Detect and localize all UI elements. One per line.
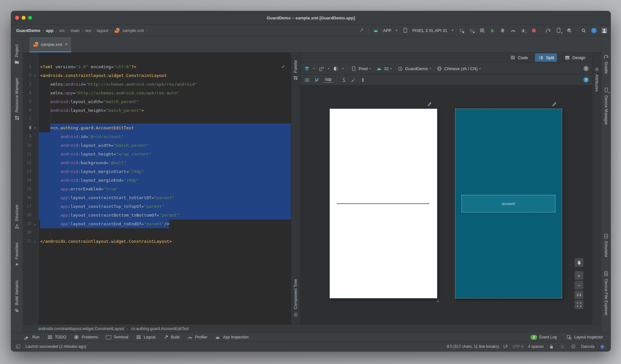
close-window-icon[interactable] [15,16,19,20]
stripe-item-structure[interactable]: Structure [14,205,20,230]
stripe-item-gradle[interactable]: Gradle [603,53,609,74]
attach-debugger-icon[interactable] [499,27,506,34]
mode-tab-code[interactable]: Code [507,53,530,62]
zoom-actual-size-button[interactable]: 1:1 [574,290,583,299]
profiler-icon[interactable] [510,27,516,34]
tool-window-quick-access-icon[interactable] [15,343,21,350]
stripe-item-device-manager[interactable]: ●Device Manager [603,87,609,125]
code-editor[interactable]: 1<?xml version="1.0" encoding="utf-8"?>2… [23,53,291,325]
fullscreen-window-icon[interactable] [28,16,32,20]
ide-update-icon[interactable]: ↑ [591,27,597,34]
design-tools-wrench-icon[interactable] [427,102,432,106]
api-level-select[interactable]: 32▾ [376,65,392,72]
zoom-out-icon[interactable]: − [574,281,583,290]
account-edittext-blueprint[interactable]: account [462,195,555,212]
code-line-10[interactable]: 10 android:layout_width="match_parent" [23,141,291,150]
sdk-manager-icon[interactable] [566,27,572,34]
code-line-3[interactable]: 3 xmlns:android="http://schemas.android.… [23,80,291,89]
stripe-item-emulator[interactable]: Emulator [603,233,609,257]
mode-tab-design[interactable]: Design [561,53,588,62]
clear-constraints-icon[interactable] [340,77,347,83]
profile-low-overhead-icon[interactable]: ↗ [520,27,527,34]
theme-select[interactable]: GuardDemo▾ [397,65,431,72]
breadcrumb-item-src[interactable]: src [59,28,65,33]
design-preview-device[interactable] [330,109,437,298]
breadcrumb-constraintlayout[interactable]: androidx.constraintlayout.widget.Constra… [38,327,124,331]
debug-icon[interactable] [489,27,496,34]
code-line-4[interactable]: 4 xmlns:app="http://schemas.android.com/… [23,89,291,97]
breadcrumb-item-app[interactable]: app [46,28,53,33]
code-line-14[interactable]: 14 android:layout_marginEnd="24dp" [23,176,291,185]
code-line-18[interactable]: 18 app:layout_constraintBottom_toBottomO… [23,211,291,219]
autoconnect-icon[interactable] [313,77,320,83]
fold-marker-icon[interactable]: ▵ [31,219,38,228]
help-icon[interactable]: ? [583,77,589,82]
issue-panel-icon[interactable]: ! [583,66,589,71]
design-canvas[interactable]: account + − 1:1 [300,85,592,325]
code-line-12[interactable]: 12 android:background="@null" [23,158,291,167]
apply-code-changes-icon[interactable]: ↻A [468,27,475,34]
tab-sample-xml[interactable]: </> sample.xml ✕ [29,37,71,52]
stripe-item-favorites[interactable]: Favorites★ [14,242,20,268]
inspections-ok-icon[interactable]: ✓ [281,64,286,70]
gradle-sync-icon[interactable] [545,27,551,34]
fold-marker-icon[interactable]: ▵ [31,237,38,246]
blueprint-preview-device[interactable]: account [455,109,562,298]
tool-window-button-todo[interactable]: TODO [47,334,66,340]
status-item-utf-8[interactable]: UTF-8 [513,344,524,349]
orientation-icon[interactable] [318,65,325,72]
code-line-21[interactable]: 21▵</androidx.constraintlayout.widget.Co… [23,237,291,246]
sad-face-icon[interactable]: ☹ [570,343,577,350]
make-hammer-icon[interactable] [358,27,365,34]
tool-window-button-terminal[interactable]: ›_Terminal [105,334,128,340]
canvas-resize-handle[interactable] [435,298,439,304]
locale-select[interactable]: Chinese (zh / CN)▾ [436,65,481,72]
code-line-8[interactable]: 8▿ <cn.authing.guard.AccountEditText [23,123,291,132]
code-line-13[interactable]: 13 android:layout_marginStart="24dp" [23,167,291,176]
tool-window-button-event-log[interactable]: 2Event Log [530,334,557,340]
code-line-1[interactable]: 1<?xml version="1.0" encoding="utf-8"?> [23,62,291,71]
fold-marker-icon[interactable]: ▿ [31,71,38,80]
code-line-9[interactable]: 9 android:id="@+id/account" [23,132,291,141]
stripe-item-resource-manager[interactable]: Resource Manager [14,78,20,121]
status-item-darcula[interactable]: Darcula [581,344,594,349]
attributes-tab[interactable]: Attributes [594,66,600,92]
stop-icon[interactable] [530,27,537,34]
search-icon[interactable] [580,27,587,34]
code-line-5[interactable]: 5 android:layout_width="match_parent" [23,97,291,106]
rerun-tasks-icon[interactable]: ↻ [479,27,485,34]
code-line-19[interactable]: 19▵ app:layout_constraintEnd_toEndOf="pa… [23,219,291,228]
status-item-8-5-517-chars-11-line-br[interactable]: 8:5 (517 chars, 11 line breaks) [447,344,499,349]
happy-face-icon[interactable]: ☺ [559,343,566,350]
default-margins-button[interactable]: 0dp [323,77,333,82]
code-line-20[interactable]: 20 [23,228,291,237]
status-item-4-spaces[interactable]: 4 spaces [528,344,544,349]
tool-window-button-run[interactable]: ▶Run [24,334,39,340]
guidelines-icon[interactable]: I [360,77,366,83]
tool-window-button-logcat[interactable]: Logcat [136,334,156,340]
palette-tab[interactable]: Palette [292,60,299,81]
fold-marker-icon[interactable]: ▿ [31,123,38,132]
device-select[interactable]: Pixel▾ [351,65,371,72]
close-tab-icon[interactable]: ✕ [65,42,68,47]
code-line-6[interactable]: 6 android:layout_height="match_parent"> [23,106,291,115]
code-line-15[interactable]: 15 app:errorEnabled="true" [23,185,291,193]
tool-window-button-app-inspection[interactable]: App Inspection [214,334,248,340]
component-tree-tab[interactable]: Component Tree [292,279,299,318]
tool-window-button-problems[interactable]: !Problems [73,334,98,340]
zoom-to-fit-icon[interactable] [574,300,583,309]
pan-hand-icon[interactable] [574,258,583,267]
device-select[interactable]: PIXEL 3 XL API 31 [412,28,447,33]
device-manager-icon[interactable]: ● [555,27,562,34]
theme-dot-icon[interactable] [599,343,605,350]
breadcrumb-item-layout[interactable]: layout [97,28,108,33]
code-line-16[interactable]: 16 app:layout_constraintStart_toStartOf=… [23,193,291,202]
tool-window-button-layout-inspector[interactable]: Layout Inspector [566,334,603,340]
zoom-in-icon[interactable]: + [574,271,583,280]
code-line-2[interactable]: 2▿<androidx.constraintlayout.widget.Cons… [23,71,291,80]
profile-avatar-icon[interactable] [601,27,607,34]
status-item-lf[interactable]: LF [504,344,508,349]
infer-constraints-icon[interactable] [350,77,356,83]
code-line-11[interactable]: 11 android:layout_height="wrap_content" [23,150,291,158]
code-line-17[interactable]: 17 app:layout_constraintTop_toTopOf="par… [23,202,291,211]
